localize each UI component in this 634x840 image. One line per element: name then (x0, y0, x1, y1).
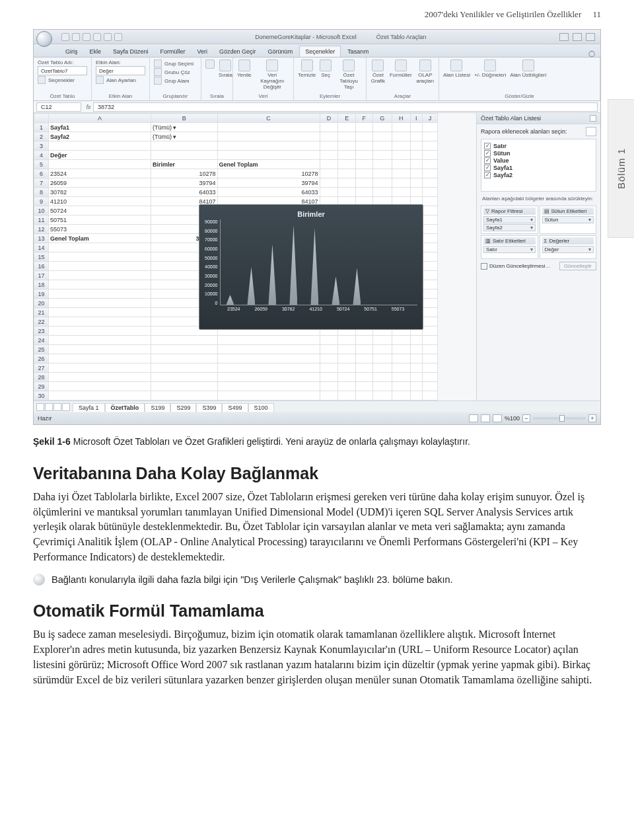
sheet-tab-bar[interactable]: Sayfa 1ÖzetTabloS199S299S399S499S100 (34, 401, 600, 412)
ribbon-tab[interactable]: Sayfa Düzeni (108, 46, 154, 57)
options-icon[interactable] (38, 76, 46, 84)
sort-button-icon[interactable] (219, 59, 231, 71)
plusminus-toggle-button[interactable]: +/- Düğmeleri (474, 72, 506, 78)
headers-toggle-button[interactable]: Alan Üstbilgileri (510, 72, 546, 78)
column-header[interactable]: C (217, 114, 320, 123)
worksheet-grid[interactable]: ABCDEFGHIJ1Sayfa1(Tümü) ▾2Sayfa2(Tümü) ▾… (34, 113, 476, 401)
column-header[interactable]: I (410, 114, 422, 123)
sheet-tab[interactable]: Sayfa 1 (73, 403, 105, 412)
fieldlist-field[interactable]: ✓Sayfa1 (484, 165, 593, 171)
column-header[interactable]: F (356, 114, 372, 123)
ribbon-tab[interactable]: Veri (192, 46, 213, 57)
ribbon-tab[interactable]: Gözden Geçir (214, 46, 262, 57)
zoom-out-button[interactable]: − (522, 414, 530, 422)
sheet-nav-next-icon[interactable] (53, 403, 61, 411)
change-source-button[interactable]: Veri Kaynağını Değiştir (256, 72, 289, 90)
clear-button[interactable]: Temizle (298, 72, 316, 78)
column-header[interactable]: H (392, 114, 410, 123)
move-pivot-icon[interactable] (343, 59, 355, 71)
close-pane-icon[interactable] (590, 115, 596, 122)
qat-undo-icon[interactable] (72, 33, 80, 41)
qat-save-icon[interactable] (61, 33, 69, 41)
name-box[interactable]: C12 (36, 102, 81, 112)
qat-custom2-icon[interactable] (104, 33, 112, 41)
quick-access-toolbar[interactable] (61, 33, 122, 41)
ribbon-tab[interactable]: Görünüm (263, 46, 299, 57)
view-pagebreak-icon[interactable] (493, 414, 502, 422)
pivot-chart[interactable]: Birimler 9000080000700006000050000400003… (199, 204, 423, 330)
pivotchart-button[interactable]: Özet Grafik (370, 72, 386, 84)
clear-icon[interactable] (301, 59, 313, 71)
sheet-tab[interactable]: S199 (145, 403, 170, 412)
select-icon[interactable] (320, 59, 332, 71)
minimize-icon[interactable] (559, 33, 569, 41)
zoom-slider[interactable] (533, 417, 586, 420)
fieldlist-field[interactable]: ✓Sütun (484, 150, 593, 157)
ribbon-tab[interactable]: Ekle (85, 46, 107, 57)
olap-button[interactable]: OLAP araçları (416, 72, 435, 84)
formulas-icon[interactable] (395, 59, 407, 71)
close-icon[interactable] (586, 33, 595, 41)
fieldlist-field[interactable]: ✓Sayfa2 (484, 172, 593, 178)
field-settings-icon[interactable] (96, 76, 104, 84)
pivot-name-input[interactable]: ÖzetTablo7 (38, 66, 87, 75)
group-action-button[interactable]: Grup Seçimi (164, 61, 194, 67)
group-action-icon[interactable] (154, 59, 162, 67)
fieldlist-field[interactable]: ✓Value (484, 157, 593, 164)
column-header[interactable]: J (422, 114, 437, 123)
pivotchart-icon[interactable] (372, 59, 384, 71)
formula-input[interactable]: 38732 (93, 102, 598, 112)
area-field-chip[interactable]: Sütun▾ (542, 216, 594, 223)
sheet-nav-last-icon[interactable] (62, 403, 70, 411)
area-column-labels[interactable]: ▤Sütun Etiketleri Sütun▾ (540, 206, 597, 234)
group-action-icon[interactable] (154, 77, 162, 85)
headers-toggle-icon[interactable] (522, 59, 534, 71)
refresh-icon[interactable] (238, 59, 250, 71)
fx-icon[interactable]: fx (84, 104, 93, 110)
refresh-button[interactable]: Yenile (237, 72, 252, 78)
field-settings-button[interactable]: Alan Ayarları (106, 77, 136, 83)
area-field-chip[interactable]: Sayfa1▾ (483, 216, 536, 223)
sheet-tab[interactable]: S299 (170, 403, 196, 412)
help-icon[interactable]: ◯ (588, 50, 595, 57)
column-header[interactable]: A (49, 114, 151, 123)
fieldlist-toggle-button[interactable]: Alan Listesi (443, 72, 470, 78)
ribbon-tab[interactable]: Formüller (155, 46, 191, 57)
column-header[interactable]: B (151, 114, 217, 123)
group-action-icon[interactable] (154, 68, 162, 76)
column-header[interactable]: G (372, 114, 392, 123)
plusminus-toggle-icon[interactable] (484, 59, 496, 71)
area-field-chip[interactable]: Satır▾ (483, 246, 536, 253)
change-source-icon[interactable] (266, 59, 278, 71)
area-field-chip[interactable]: Değer▾ (542, 246, 594, 253)
move-pivot-button[interactable]: Özet Tabloyu Taşı (335, 72, 362, 90)
active-field-input[interactable]: Değer (96, 66, 145, 75)
sheet-nav-first-icon[interactable] (36, 403, 44, 411)
qat-redo-icon[interactable] (83, 33, 90, 41)
office-button-icon[interactable] (36, 31, 52, 47)
ribbon-tab[interactable]: Tasarım (342, 46, 374, 57)
sheet-tab[interactable]: S499 (222, 403, 248, 412)
view-normal-icon[interactable] (469, 414, 478, 422)
sort-button[interactable]: Sırala (219, 72, 232, 78)
ribbon-tab[interactable]: Giriş (60, 46, 83, 57)
area-values[interactable]: ΣDeğerler Değer▾ (540, 235, 597, 259)
sheet-nav-prev-icon[interactable] (45, 403, 53, 411)
fieldlist-field[interactable]: ✓Satır (484, 143, 593, 149)
sort-asc-icon[interactable] (205, 59, 215, 69)
defer-layout-checkbox[interactable]: Düzen Güncelleştirmesi… (481, 263, 550, 270)
view-pagelayout-icon[interactable] (481, 414, 490, 422)
fieldlist-layout-icon[interactable] (586, 127, 596, 136)
area-row-labels[interactable]: ▥Satır Etiketleri Satır▾ (481, 235, 538, 259)
qat-custom3-icon[interactable] (114, 33, 122, 41)
zoom-in-button[interactable]: + (588, 414, 596, 422)
maximize-icon[interactable] (573, 33, 582, 41)
fieldlist-fields[interactable]: ✓Satır✓Sütun✓Value✓Sayfa1✓Sayfa2 (481, 139, 596, 192)
column-header[interactable]: D (320, 114, 338, 123)
sheet-tab[interactable]: S399 (196, 403, 222, 412)
options-button[interactable]: Seçenekler (48, 77, 75, 83)
group-action-button[interactable]: Grup Alanı (164, 78, 190, 84)
sheet-tab[interactable]: ÖzetTablo (105, 403, 145, 412)
fieldlist-toggle-icon[interactable] (450, 59, 462, 71)
ribbon-tab[interactable]: Seçenekler (299, 46, 341, 57)
